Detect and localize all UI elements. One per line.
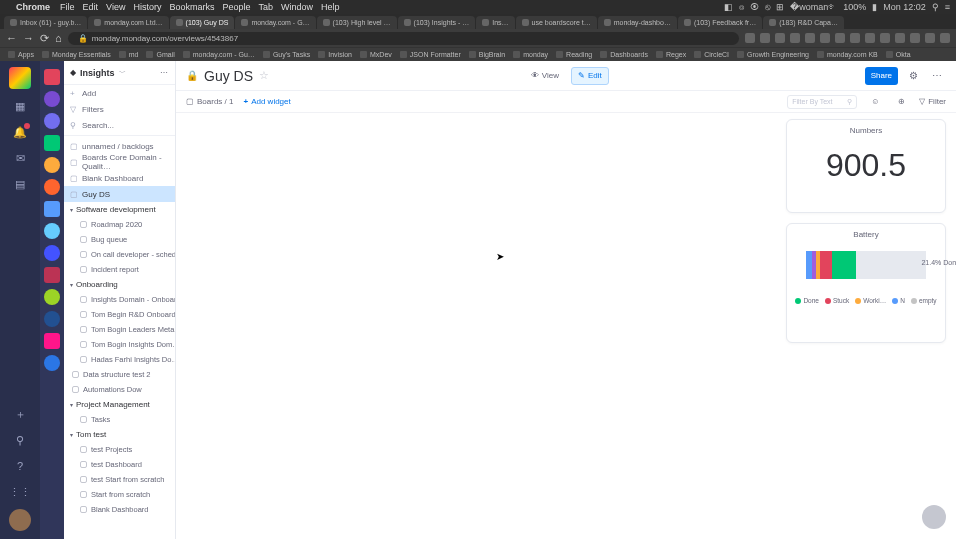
rail-calendar-icon[interactable]: ▤ <box>11 175 29 193</box>
extension-icon[interactable] <box>925 33 935 43</box>
sidebar-group-header[interactable]: ▾Software development <box>64 202 175 217</box>
workspace-item[interactable] <box>44 69 60 85</box>
browser-tab[interactable]: monday-dashbo… <box>598 16 677 29</box>
extension-icon[interactable] <box>865 33 875 43</box>
mac-menu-item[interactable]: Window <box>281 2 313 12</box>
view-mode-button[interactable]: 👁View <box>525 67 565 85</box>
monday-logo[interactable] <box>9 67 31 89</box>
bookmark-item[interactable]: monday.com - Gu… <box>183 51 255 58</box>
home-button[interactable]: ⌂ <box>55 32 62 44</box>
menubar-icon[interactable]: ⦿ <box>750 2 759 12</box>
workspace-item[interactable] <box>44 355 60 371</box>
bookmark-item[interactable]: MxDev <box>360 51 392 58</box>
bookmark-item[interactable]: Regex <box>656 51 686 58</box>
workspace-item[interactable] <box>44 91 60 107</box>
sidebar-board-item[interactable]: Roadmap 2020 <box>64 217 175 232</box>
browser-tab[interactable]: Inbox (61) - guy.b… <box>4 16 87 29</box>
sidebar-board-item[interactable]: ▢Boards Core Domain - Qualit… <box>64 154 175 170</box>
browser-tab[interactable]: Ins… <box>476 16 514 29</box>
extension-icon[interactable] <box>805 33 815 43</box>
sidebar-board-item[interactable]: test Start from scratch <box>64 472 175 487</box>
sidebar-board-item[interactable]: Incident report <box>64 262 175 277</box>
menubar-icon[interactable]: ⊞ <box>776 2 784 12</box>
extension-icon[interactable] <box>940 33 950 43</box>
sidebar-board-item[interactable]: On call developer - sched… <box>64 247 175 262</box>
workspace-item[interactable] <box>44 267 60 283</box>
extension-icon[interactable] <box>760 33 770 43</box>
browser-tab[interactable]: (183) R&D Capa… <box>763 16 844 29</box>
edit-mode-button[interactable]: ✎Edit <box>571 67 609 85</box>
bookmark-item[interactable]: md <box>119 51 139 58</box>
menubar-icon[interactable]: ◧ <box>724 2 733 12</box>
mac-menu-item[interactable]: View <box>106 2 125 12</box>
address-bar[interactable]: 🔒 monday.monday.com/overviews/4543867 <box>68 32 739 45</box>
menubar-icon[interactable]: ⎋ <box>765 2 770 12</box>
back-button[interactable]: ← <box>6 32 17 44</box>
mac-menu-item[interactable]: Help <box>321 2 340 12</box>
sidebar-board-item[interactable]: Start from scratch <box>64 487 175 502</box>
browser-tab[interactable]: (103) High level … <box>317 16 397 29</box>
workspace-item[interactable] <box>44 113 60 129</box>
sidebar-board-item[interactable]: Tom Begin R&D Onboardi… <box>64 307 175 322</box>
rail-search-icon[interactable]: ⚲ <box>11 431 29 449</box>
extension-icon[interactable] <box>820 33 830 43</box>
extension-icon[interactable] <box>775 33 785 43</box>
help-fab-icon[interactable] <box>922 505 946 529</box>
sidebar-filters[interactable]: ▽Filters <box>64 101 175 117</box>
sidebar-search[interactable]: ⚲Search... <box>64 117 175 133</box>
bookmark-item[interactable]: monday.com KB <box>817 51 878 58</box>
dashboard-canvas[interactable]: ➤ Numbers 900.5 Battery 21.4% Done DoneS… <box>176 113 956 539</box>
menubar-icon[interactable]: ⌾ <box>739 2 744 12</box>
sidebar-board-item[interactable]: Tasks <box>64 412 175 427</box>
menu-icon[interactable]: ≡ <box>945 2 950 12</box>
sidebar-more-icon[interactable]: ⋯ <box>160 68 169 77</box>
browser-tab[interactable]: monday.com Ltd… <box>88 16 168 29</box>
extension-icon[interactable] <box>835 33 845 43</box>
extension-icon[interactable] <box>895 33 905 43</box>
sidebar-group-header[interactable]: ▾Project Management <box>64 397 175 412</box>
browser-tab[interactable]: use boardscore t… <box>516 16 597 29</box>
extension-icon[interactable] <box>745 33 755 43</box>
mac-app-name[interactable]: Chrome <box>16 2 50 12</box>
bookmark-item[interactable]: CircleCI <box>694 51 729 58</box>
star-icon[interactable]: ☆ <box>259 69 269 82</box>
add-widget-button[interactable]: +Add widget <box>243 97 290 106</box>
rail-help-icon[interactable]: ? <box>11 457 29 475</box>
workspace-item[interactable] <box>44 179 60 195</box>
settings-icon[interactable]: ⚙ <box>904 67 922 85</box>
sidebar-board-item[interactable]: Tom Bogin Insights Dom… <box>64 337 175 352</box>
rail-notifications-icon[interactable]: 🔔 <box>11 123 29 141</box>
spotlight-icon[interactable]: ⚲ <box>932 2 939 12</box>
mac-menu-item[interactable]: Edit <box>83 2 99 12</box>
sidebar-board-item[interactable]: Automations Dow <box>64 382 175 397</box>
widget-battery[interactable]: Battery 21.4% Done DoneStuckWorki…Nempty <box>786 223 946 343</box>
browser-tab[interactable]: (103) Insights - … <box>398 16 476 29</box>
bookmark-item[interactable]: Growth Engineering <box>737 51 809 58</box>
sidebar-board-item[interactable]: test Dashboard <box>64 457 175 472</box>
mac-menu-item[interactable]: History <box>133 2 161 12</box>
bookmark-item[interactable]: Guy's Tasks <box>263 51 310 58</box>
rail-apps-icon[interactable]: ⋮⋮ <box>11 483 29 501</box>
bookmark-item[interactable]: Dashboards <box>600 51 648 58</box>
mac-menu-item[interactable]: File <box>60 2 75 12</box>
wifi-icon[interactable]: �womanᯤ <box>790 2 837 12</box>
sidebar-add[interactable]: +Add <box>64 85 175 101</box>
extension-icon[interactable] <box>790 33 800 43</box>
sidebar-header[interactable]: ◆ Insights ﹀ ⋯ <box>64 61 175 85</box>
rail-home-icon[interactable]: ▦ <box>11 97 29 115</box>
filter-button[interactable]: ▽Filter <box>919 97 946 106</box>
more-icon[interactable]: ⋯ <box>928 67 946 85</box>
sidebar-board-item[interactable]: Tom Bogin Leaders Meta … <box>64 322 175 337</box>
sort-icon[interactable]: ⊕ <box>893 94 909 110</box>
bookmark-item[interactable]: JSON Formatter <box>400 51 461 58</box>
sidebar-board-item[interactable]: Insights Domain - Onboar… <box>64 292 175 307</box>
mac-menu-item[interactable]: Tab <box>258 2 273 12</box>
sidebar-item-guy-ds[interactable]: ▢Guy DS <box>64 186 175 202</box>
workspace-item[interactable] <box>44 333 60 349</box>
bookmark-item[interactable]: Okta <box>886 51 911 58</box>
bookmark-item[interactable]: Apps <box>8 51 34 58</box>
sidebar-board-item[interactable]: test Projects <box>64 442 175 457</box>
workspace-item[interactable] <box>44 311 60 327</box>
sidebar-group-header[interactable]: ▾Tom test <box>64 427 175 442</box>
workspace-item[interactable] <box>44 201 60 217</box>
